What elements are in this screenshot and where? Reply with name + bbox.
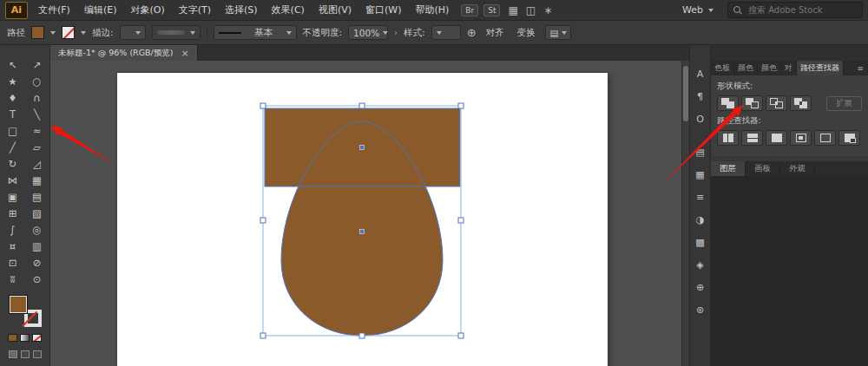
pen-tool[interactable]: ♦ (2, 89, 24, 106)
column-graph-tool[interactable]: ▥ (26, 238, 49, 254)
shape-mode-unite-button[interactable] (717, 95, 739, 111)
selection-handle[interactable] (260, 333, 266, 338)
opacity-select[interactable]: 100% (348, 25, 388, 40)
magic-wand-tool[interactable]: ★ (2, 73, 24, 89)
links-panel-icon[interactable]: ⊕ (690, 276, 710, 298)
draw-normal-button[interactable] (9, 350, 17, 358)
stroke-dropdown-icon[interactable] (81, 31, 86, 35)
selection-handle[interactable] (458, 218, 464, 223)
symbols-panel-icon[interactable]: ◈ (690, 253, 710, 276)
paragraph-panel-icon[interactable]: ¶ (690, 85, 710, 108)
panel-tab[interactable]: 对 (781, 61, 797, 75)
pathfinder-merge-button[interactable] (766, 130, 787, 146)
menu-item[interactable]: 窗口(W) (358, 3, 408, 16)
type-tool[interactable]: T (2, 106, 24, 122)
app-logo[interactable]: Ai (5, 2, 28, 19)
stroke-panel-icon[interactable]: ≡ (690, 186, 710, 208)
menu-item[interactable]: 编辑(E) (77, 3, 124, 16)
blend-tool[interactable]: ◎ (26, 221, 49, 238)
menu-item[interactable]: 视图(V) (312, 3, 358, 16)
pathfinder-trim-button[interactable] (741, 130, 763, 146)
eraser-tool[interactable]: ▱ (26, 139, 49, 155)
search-input[interactable] (746, 4, 847, 16)
actions-panel-icon[interactable]: ⊛ (690, 298, 710, 321)
document-tab[interactable]: 未标题-1* @ 96% (RGB/预览) × (50, 45, 198, 61)
shape-mode-intersect-button[interactable] (766, 95, 787, 111)
menu-item[interactable]: 文件(F) (31, 3, 77, 16)
opacity-panel-icon[interactable]: › (394, 28, 398, 37)
style-select[interactable] (431, 25, 461, 40)
panel-menu-icon[interactable]: ≡ (852, 61, 868, 75)
fill-swatch[interactable] (9, 295, 28, 314)
menu-item[interactable]: 效果(C) (265, 3, 312, 16)
globe-icon[interactable]: ⊕ (467, 26, 477, 39)
selection-handle[interactable] (260, 218, 266, 223)
rectangle-tool[interactable]: □ (2, 122, 24, 139)
vertical-scrollbar[interactable] (681, 61, 689, 366)
eyedropper-tool[interactable]: ∫ (2, 221, 24, 238)
zoom-tool[interactable]: ⊙ (26, 271, 49, 287)
symbol-sprayer-tool[interactable]: ¤ (2, 238, 24, 254)
swatches-panel-icon[interactable]: ▦ (690, 163, 710, 186)
pathfinder-outline-button[interactable] (814, 130, 836, 146)
align-button[interactable]: 对齐 (483, 25, 508, 41)
scale-tool[interactable]: ◿ (26, 155, 49, 172)
bridge-badge[interactable]: Br (461, 4, 478, 16)
brush-definition-select[interactable]: 基本 (214, 25, 297, 40)
lasso-tool[interactable]: ○ (26, 73, 49, 89)
menu-item[interactable]: 对象(O) (123, 3, 171, 16)
layers-tab[interactable]: 图层 (711, 161, 746, 176)
width-tool[interactable]: ⋈ (2, 172, 24, 188)
panel-tab[interactable]: 颜色 (734, 61, 758, 75)
layout-switch-icon[interactable]: ◫ (526, 4, 536, 16)
selection-tool[interactable]: ↖ (2, 56, 24, 73)
mesh-tool[interactable]: ⊞ (2, 205, 24, 221)
gradient-button[interactable] (20, 334, 30, 342)
artboard-tool[interactable]: ⊡ (2, 254, 24, 271)
layers-tab[interactable]: 画板 (746, 161, 780, 176)
panel-tab[interactable]: 路径查找器 (797, 61, 844, 75)
selection-handle[interactable] (260, 103, 266, 108)
shape-builder-tool[interactable]: ▣ (2, 188, 24, 205)
shape-mode-exclude-button[interactable] (790, 95, 812, 111)
rotate-tool[interactable]: ↻ (2, 155, 24, 172)
line-segment-tool[interactable]: ╲ (26, 106, 49, 122)
pencil-tool[interactable]: ╱ (2, 139, 24, 155)
free-transform-tool[interactable]: ▦ (26, 172, 49, 188)
curvature-tool[interactable]: ∩ (26, 89, 49, 106)
pathfinder-divide-button[interactable] (717, 130, 739, 146)
fill-color-swatch[interactable] (31, 26, 44, 39)
color-button[interactable] (8, 334, 17, 342)
menu-item[interactable]: 帮助(H) (408, 3, 456, 16)
shape-mode-minus-front-button[interactable] (741, 95, 763, 111)
transparency-panel-icon[interactable]: ▩ (690, 231, 710, 253)
flower-icon[interactable]: ∗ (543, 4, 552, 16)
direct-selection-tool[interactable]: ↗ (26, 56, 49, 73)
selection-handle[interactable] (359, 333, 365, 338)
fill-dropdown-icon[interactable] (50, 31, 56, 35)
pathfinder-minus-back-button[interactable] (838, 130, 860, 146)
selection-handle[interactable] (359, 103, 365, 108)
none-button[interactable] (32, 334, 42, 342)
pathfinder-crop-button[interactable] (790, 130, 812, 146)
selection-handle[interactable] (458, 103, 464, 108)
paintbrush-tool[interactable]: ≈ (26, 122, 49, 139)
character-panel-icon[interactable]: A (690, 62, 710, 85)
perspective-grid-tool[interactable]: ▤ (26, 188, 49, 205)
panel-tab[interactable]: 色板 (711, 61, 734, 75)
draw-behind-button[interactable] (21, 350, 30, 358)
libraries-panel-icon[interactable]: ▤ (690, 141, 710, 163)
gradient-tool[interactable]: ▨ (26, 205, 49, 221)
selection-handle[interactable] (458, 333, 464, 338)
menu-item[interactable]: 选择(S) (218, 3, 265, 16)
width-profile-select[interactable] (152, 25, 201, 40)
hand-tool[interactable]: ʬ (2, 271, 24, 287)
transform-button[interactable]: 变换 (514, 25, 539, 41)
stroke-color-swatch[interactable] (62, 26, 75, 39)
slice-tool[interactable]: ⊘ (26, 254, 49, 271)
scrollbar-thumb[interactable] (683, 66, 688, 121)
stock-badge[interactable]: St (483, 4, 500, 16)
gradient-panel-icon[interactable]: ◑ (690, 208, 710, 231)
close-icon[interactable]: × (181, 49, 189, 58)
panel-tab[interactable]: 颜色 (758, 61, 781, 75)
